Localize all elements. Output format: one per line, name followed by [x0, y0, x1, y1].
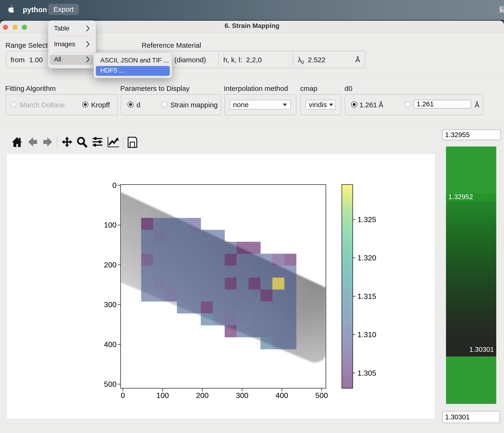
svg-text:400: 400: [104, 340, 117, 349]
svg-text:1.325: 1.325: [358, 215, 376, 224]
svg-text:500: 500: [104, 380, 117, 388]
svg-text:1.315: 1.315: [358, 292, 376, 301]
svg-text:0: 0: [112, 181, 117, 189]
svg-text:200: 200: [196, 391, 208, 400]
svg-text:1.320: 1.320: [358, 254, 376, 262]
svg-text:100: 100: [156, 391, 169, 400]
svg-text:1.310: 1.310: [358, 330, 376, 339]
svg-text:500: 500: [315, 391, 328, 400]
svg-text:300: 300: [104, 300, 117, 309]
svg-text:200: 200: [104, 261, 117, 269]
svg-text:1.305: 1.305: [358, 369, 376, 377]
svg-text:400: 400: [276, 391, 288, 400]
svg-text:300: 300: [236, 391, 248, 400]
svg-text:100: 100: [104, 221, 117, 229]
svg-text:0: 0: [121, 391, 125, 400]
